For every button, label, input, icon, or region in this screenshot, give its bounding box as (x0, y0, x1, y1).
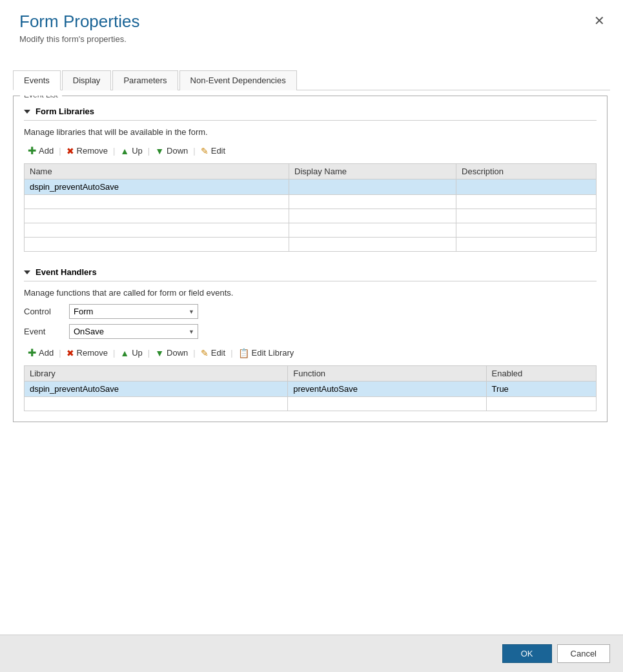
dialog-subtitle: Modify this form's properties. (19, 34, 139, 44)
eh-up-label: Up (132, 348, 143, 358)
eh-empty-row-1 (25, 397, 597, 411)
eh-sep4: | (192, 348, 196, 358)
fl-row-1-name: dspin_preventAutoSave (25, 179, 289, 195)
sep2: | (112, 146, 116, 156)
fl-empty-row-3 (25, 223, 597, 238)
eh-add-icon: ✚ (28, 347, 36, 359)
fl-empty-row-2 (25, 209, 597, 223)
tab-display[interactable]: Display (62, 70, 112, 90)
sep3: | (147, 146, 151, 156)
fl-up-label: Up (132, 146, 143, 156)
eh-table-header-row: Library Function Enabled (25, 366, 597, 382)
eh-col-function: Function (288, 366, 486, 382)
header-text: Form Properties Modify this form's prope… (19, 12, 139, 44)
eh-down-label: Down (167, 348, 188, 358)
eh-up-button[interactable]: ▲ Up (116, 347, 146, 360)
eh-col-enabled: Enabled (486, 366, 596, 382)
fl-add-button[interactable]: ✚ Add (24, 143, 57, 158)
fl-col-description: Description (456, 164, 597, 179)
fl-down-button[interactable]: ▼ Down (151, 145, 192, 158)
control-label: Control (24, 307, 69, 316)
eh-edit-library-button[interactable]: 📋 Edit Library (234, 347, 298, 360)
eh-row-1-library: dspin_preventAutoSave (25, 382, 288, 397)
event-select-wrapper: OnSave (69, 324, 198, 339)
fl-row-1-description (456, 179, 597, 195)
fl-edit-label: Edit (211, 146, 225, 156)
event-handlers-table: Library Function Enabled dspin_preventAu… (24, 365, 597, 411)
eh-sep2: | (112, 348, 116, 358)
eh-add-label: Add (39, 348, 54, 358)
form-properties-dialog: Form Properties Modify this form's prope… (0, 0, 623, 672)
eh-remove-label: Remove (77, 348, 108, 358)
dialog-header: Form Properties Modify this form's prope… (0, 0, 623, 50)
edit-icon: ✎ (201, 146, 209, 156)
fl-add-label: Add (39, 146, 54, 156)
form-libraries-header: Form Libraries (24, 107, 597, 116)
eh-edit-library-icon: 📋 (238, 348, 249, 358)
down-icon: ▼ (155, 146, 164, 156)
add-icon: ✚ (28, 145, 36, 157)
sep4: | (192, 146, 196, 156)
event-handlers-toolbar: ✚ Add | ✖ Remove | ▲ Up | ▼ (24, 345, 597, 360)
eh-fields: Control Form Event OnSave (24, 304, 597, 339)
eh-add-button[interactable]: ✚ Add (24, 345, 57, 360)
scrollable-pane[interactable]: Event List Form Libraries Manage librari… (13, 96, 610, 635)
event-handlers-title: Event Handlers (36, 267, 97, 277)
eh-col-library: Library (25, 366, 288, 382)
content-area: Event List Form Libraries Manage librari… (0, 90, 623, 635)
event-select[interactable]: OnSave (69, 324, 198, 339)
eh-row-1-enabled: True (486, 382, 596, 397)
eh-sep5: | (229, 348, 234, 358)
eh-row-1[interactable]: dspin_preventAutoSave preventAutoSave Tr… (25, 382, 597, 397)
form-libraries-divider (24, 120, 597, 121)
eh-sep1: | (57, 348, 62, 358)
eh-down-button[interactable]: ▼ Down (151, 347, 192, 360)
control-select[interactable]: Form (69, 304, 198, 319)
dialog-title: Form Properties (19, 12, 139, 32)
remove-icon: ✖ (66, 146, 74, 156)
form-libraries-title: Form Libraries (36, 107, 94, 116)
event-handlers-desc: Manage functions that are called for for… (24, 288, 597, 298)
up-icon: ▲ (120, 146, 129, 156)
eh-down-icon: ▼ (155, 348, 164, 358)
event-handlers-divider (24, 281, 597, 281)
eh-row-1-function: preventAutoSave (288, 382, 486, 397)
tab-parameters[interactable]: Parameters (112, 70, 178, 90)
form-libraries-table: Name Display Name Description dspin_prev… (24, 163, 597, 252)
eh-remove-button[interactable]: ✖ Remove (63, 347, 112, 360)
ok-button[interactable]: OK (502, 644, 552, 663)
eh-remove-icon: ✖ (66, 348, 74, 358)
fl-down-label: Down (167, 146, 188, 156)
fl-empty-row-1 (25, 195, 597, 209)
form-libraries-toolbar: ✚ Add | ✖ Remove | ▲ Up | ▼ (24, 143, 597, 158)
cancel-button[interactable]: Cancel (557, 644, 610, 663)
event-handlers-header: Event Handlers (24, 267, 597, 277)
fl-edit-button[interactable]: ✎ Edit (197, 145, 229, 158)
eh-edit-button[interactable]: ✎ Edit (197, 347, 229, 360)
fl-row-1-display-name (289, 179, 456, 195)
tab-non-event-dependencies[interactable]: Non-Event Dependencies (179, 70, 297, 90)
control-select-wrapper: Form (69, 304, 198, 319)
event-label: Event (24, 327, 69, 336)
form-libraries-desc: Manage libraries that will be available … (24, 127, 597, 137)
eh-sep3: | (147, 348, 151, 358)
fl-up-button[interactable]: ▲ Up (116, 145, 146, 158)
tabs-bar: Events Display Parameters Non-Event Depe… (13, 70, 610, 90)
dialog-footer: OK Cancel (0, 635, 623, 672)
fl-remove-button[interactable]: ✖ Remove (63, 145, 112, 158)
sep1: | (57, 146, 62, 156)
close-button[interactable]: ✕ (589, 12, 610, 30)
fl-table-header-row: Name Display Name Description (25, 164, 597, 179)
form-libraries-collapse-arrow[interactable] (24, 110, 30, 114)
eh-edit-library-label: Edit Library (252, 348, 294, 358)
fl-row-1[interactable]: dspin_preventAutoSave (25, 179, 597, 195)
fl-col-name: Name (25, 164, 289, 179)
event-list-box: Event List Form Libraries Manage librari… (13, 96, 608, 422)
control-row: Control Form (24, 304, 597, 319)
eh-up-icon: ▲ (120, 348, 129, 358)
event-row: Event OnSave (24, 324, 597, 339)
tab-events[interactable]: Events (13, 70, 61, 90)
fl-empty-row-4 (25, 238, 597, 252)
eh-edit-icon: ✎ (201, 348, 209, 358)
event-handlers-collapse-arrow[interactable] (24, 270, 30, 274)
